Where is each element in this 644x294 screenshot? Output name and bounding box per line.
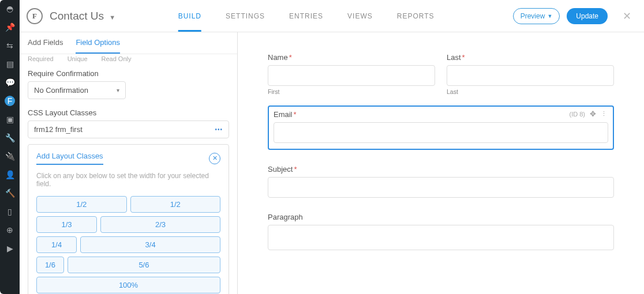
layout-cell-1-4[interactable]: 1/4 bbox=[36, 236, 77, 253]
layout-cell-1-3[interactable]: 1/3 bbox=[36, 216, 97, 233]
tab-entries[interactable]: ENTRIES bbox=[289, 1, 323, 32]
panel-tabs: Add Fields Field Options bbox=[20, 32, 237, 54]
chat-icon[interactable]: 💬 bbox=[5, 77, 15, 88]
last-label: Last* bbox=[447, 53, 614, 62]
field-meta: (ID 8) ✥ ⋮ bbox=[570, 110, 608, 118]
field-options-panel: Add Fields Field Options Required Unique… bbox=[20, 32, 238, 294]
layout-close-button[interactable]: ✕ bbox=[209, 153, 220, 164]
layout-popover: Add Layout Classes ✕ Click on any box be… bbox=[28, 144, 229, 294]
layout-cell-1-2a[interactable]: 1/2 bbox=[36, 196, 127, 213]
subject-field[interactable]: Subject* bbox=[268, 165, 614, 198]
chart-icon[interactable]: ▯ bbox=[5, 206, 15, 217]
wrench-icon[interactable]: 🔧 bbox=[5, 133, 15, 143]
caret-down-icon: ▼ bbox=[547, 13, 552, 19]
tool-icon[interactable]: 🔨 bbox=[5, 188, 15, 198]
validation-row: Required Unique Read Only bbox=[28, 54, 229, 67]
tab-settings[interactable]: SETTINGS bbox=[226, 1, 265, 32]
tab-add-fields[interactable]: Add Fields bbox=[28, 38, 63, 54]
preview-label: Preview bbox=[521, 12, 545, 20]
email-label: Email* bbox=[274, 110, 608, 119]
name-row: Name* First Last* Last bbox=[268, 53, 614, 95]
user-icon[interactable]: 👤 bbox=[5, 169, 15, 180]
layout-hint: Click on any box below to set the width … bbox=[36, 172, 220, 188]
play-icon[interactable]: ▶ bbox=[5, 243, 15, 254]
preview-button[interactable]: Preview ▼ bbox=[513, 8, 560, 24]
paragraph-textarea[interactable] bbox=[268, 225, 614, 250]
last-help: Last bbox=[447, 88, 614, 95]
kebab-icon[interactable]: ⋮ bbox=[601, 110, 607, 118]
css-layout-input[interactable]: frm12 frm_first ••• bbox=[28, 120, 229, 138]
css-layout-label: CSS Layout Classes bbox=[28, 108, 229, 117]
page-icon[interactable]: ▤ bbox=[5, 59, 15, 69]
wp-admin-sidebar: ◓ 📌 ⇆ ▤ 💬 F ▣ 🔧 🔌 👤 🔨 ▯ ⊕ ▶ bbox=[0, 0, 20, 294]
layout-cell-3-4[interactable]: 3/4 bbox=[80, 236, 220, 253]
css-layout-value: frm12 frm_first bbox=[34, 125, 83, 134]
tab-field-options[interactable]: Field Options bbox=[76, 38, 120, 54]
chevron-down-icon: ▾ bbox=[117, 87, 119, 93]
opt-required[interactable]: Required bbox=[28, 55, 54, 62]
require-confirmation-label: Require Confirmation bbox=[28, 69, 229, 78]
subject-label: Subject* bbox=[268, 165, 614, 174]
top-actions: Preview ▼ Update ✕ bbox=[513, 7, 634, 25]
plug-icon[interactable]: 🔌 bbox=[5, 151, 15, 161]
layout-cell-5-6[interactable]: 5/6 bbox=[68, 257, 220, 273]
globe-icon[interactable]: ⊕ bbox=[5, 225, 15, 235]
opt-unique[interactable]: Unique bbox=[68, 55, 88, 62]
chevron-down-icon: ▼ bbox=[109, 14, 115, 21]
name-label: Name* bbox=[268, 53, 435, 62]
require-confirmation-section: Require Confirmation No Confirmation ▾ bbox=[28, 69, 229, 99]
css-layout-section: CSS Layout Classes frm12 frm_first ••• A… bbox=[28, 108, 229, 294]
name-help: First bbox=[268, 88, 435, 95]
layout-cell-100[interactable]: 100% bbox=[36, 277, 220, 293]
layout-cell-1-6[interactable]: 1/6 bbox=[36, 257, 64, 273]
tab-views[interactable]: VIEWS bbox=[347, 1, 373, 32]
email-field-selected[interactable]: (ID 8) ✥ ⋮ Email* bbox=[268, 105, 614, 150]
paragraph-label: Paragraph bbox=[268, 213, 614, 221]
field-id: (ID 8) bbox=[570, 111, 586, 118]
require-confirmation-value: No Confirmation bbox=[34, 86, 88, 95]
move-icon[interactable]: ✥ bbox=[590, 110, 596, 118]
panel-scroll[interactable]: Required Unique Read Only Require Confir… bbox=[20, 54, 237, 294]
form-title: Contact Us bbox=[50, 10, 104, 22]
tab-build[interactable]: BUILD bbox=[178, 1, 201, 32]
name-field[interactable]: Name* First bbox=[268, 53, 435, 95]
layout-grid: 1/2 1/2 1/3 2/3 1/4 3/4 1/6 5/6 bbox=[36, 196, 220, 293]
email-input[interactable] bbox=[274, 122, 608, 143]
last-input[interactable] bbox=[447, 65, 614, 86]
last-field[interactable]: Last* Last bbox=[447, 53, 614, 95]
paragraph-field[interactable]: Paragraph bbox=[268, 213, 614, 250]
more-icon[interactable]: ••• bbox=[215, 126, 223, 133]
share-icon[interactable]: ⇆ bbox=[5, 40, 15, 51]
top-bar: F Contact Us ▼ BUILD SETTINGS ENTRIES VI… bbox=[20, 0, 644, 32]
layout-cell-2-3[interactable]: 2/3 bbox=[100, 216, 220, 233]
form-canvas[interactable]: Name* First Last* Last (ID 8) ✥ ⋮ Email*… bbox=[238, 32, 644, 294]
tab-reports[interactable]: REPORTS bbox=[397, 1, 435, 32]
layout-popover-title: Add Layout Classes bbox=[36, 152, 103, 165]
form-icon[interactable]: F bbox=[5, 96, 15, 106]
page-title[interactable]: Contact Us ▼ bbox=[50, 10, 115, 22]
app-logo-icon: F bbox=[27, 8, 43, 24]
layout-cell-1-2b[interactable]: 1/2 bbox=[130, 196, 221, 213]
pin-icon[interactable]: 📌 bbox=[5, 22, 15, 32]
require-confirmation-select[interactable]: No Confirmation ▾ bbox=[28, 81, 126, 99]
update-button[interactable]: Update bbox=[567, 8, 608, 24]
clipboard-icon[interactable]: ▣ bbox=[5, 114, 15, 125]
name-input[interactable] bbox=[268, 65, 435, 86]
close-icon[interactable]: ✕ bbox=[620, 7, 634, 25]
top-nav: BUILD SETTINGS ENTRIES VIEWS REPORTS bbox=[178, 1, 435, 32]
dashboard-icon[interactable]: ◓ bbox=[5, 3, 15, 14]
opt-readonly[interactable]: Read Only bbox=[102, 55, 132, 62]
subject-input[interactable] bbox=[268, 177, 614, 198]
